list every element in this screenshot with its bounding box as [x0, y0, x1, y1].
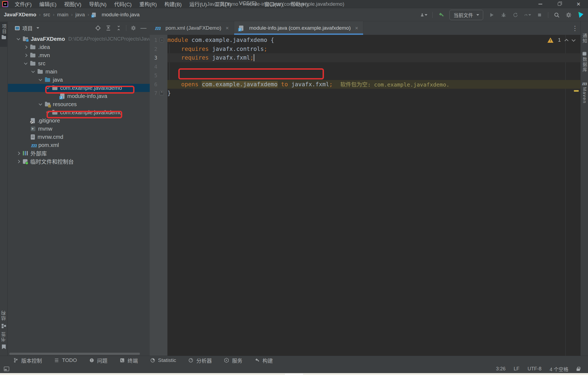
error-stripe-warning-mark[interactable]	[574, 90, 579, 92]
tree-item-mvnw-cmd[interactable]: mvnw.cmd	[8, 133, 150, 141]
tool-window-button-services[interactable]: 服务	[224, 357, 242, 364]
tool-window-button-todo[interactable]: TODO	[54, 357, 77, 363]
code-editor[interactable]: 1−module com.example.javafxdemo {2 requi…	[150, 35, 580, 356]
tool-window-button-version-control[interactable]: 版本控制	[13, 357, 42, 364]
fold-collapse-icon[interactable]: −	[160, 38, 164, 42]
tree-item-pom-xml[interactable]: pom.xml	[8, 141, 150, 149]
chevron-down-icon[interactable]	[36, 27, 39, 29]
horizontal-scrollbar[interactable]	[9, 353, 140, 355]
menu-navigate[interactable]: 导航(N)	[86, 0, 110, 8]
structure-stripe-label[interactable]: 结构	[1, 310, 7, 321]
code-line-1[interactable]: 1−module com.example.javafxdemo {	[150, 36, 580, 45]
file-encoding[interactable]: UTF-8	[528, 366, 541, 372]
tree-item-label: pom.xml	[38, 142, 59, 148]
run-with-coverage-button[interactable]	[512, 11, 519, 19]
menu-file[interactable]: 文件(F)	[11, 0, 35, 8]
project-panel-title[interactable]: 项目	[22, 24, 33, 32]
tool-window-button-problems[interactable]: 问题	[89, 357, 108, 364]
maven-icon[interactable]: m	[582, 81, 587, 86]
code-line-7[interactable]: 7^}	[150, 89, 580, 98]
hide-panel-icon[interactable]: —	[140, 27, 146, 29]
database-icon[interactable]	[583, 52, 586, 56]
inspection-widget[interactable]: 1	[547, 37, 575, 43]
tab-close-icon[interactable]: ×	[355, 25, 358, 31]
bookmarks-stripe-label[interactable]: 书签	[1, 331, 7, 342]
tab-close-icon[interactable]: ×	[226, 25, 229, 31]
next-warning-icon[interactable]	[572, 38, 575, 41]
tree-item-main[interactable]: main	[8, 67, 150, 76]
restore-button[interactable]	[550, 0, 569, 8]
menu-run[interactable]: 运行(U)	[186, 0, 210, 8]
tool-window-button-profiler[interactable]: 分析器	[188, 357, 212, 364]
chevron-collapsed-icon[interactable]	[24, 54, 27, 57]
tool-window-layout-icon[interactable]	[4, 367, 9, 371]
debug-button[interactable]	[500, 11, 507, 19]
line-separator[interactable]: LF	[514, 366, 519, 372]
chevron-collapsed-icon[interactable]	[17, 152, 20, 155]
editor-tab-module-info[interactable]: module-info.java (com.example.javafxdemo…	[234, 21, 363, 35]
tree-item-node-15[interactable]: 临时文件和控制台	[8, 157, 150, 165]
ide-assistant-icon[interactable]	[577, 11, 584, 19]
run-button[interactable]	[488, 11, 495, 19]
stop-button[interactable]	[536, 11, 543, 19]
database-stripe-label[interactable]: 数据库	[581, 57, 588, 72]
breadcrumb-item[interactable]: module-info.java	[102, 12, 139, 18]
indent-setting[interactable]: 4 个空格	[550, 365, 568, 373]
collapse-all-icon[interactable]	[116, 25, 122, 31]
build-hammer-icon[interactable]	[437, 11, 445, 19]
toolbar-separator	[548, 12, 548, 18]
code-line-6[interactable]: 6 opens com.example.javafxdemo to javafx…	[150, 80, 580, 89]
tree-item-label: resources	[53, 101, 77, 107]
profiler-button[interactable]	[524, 11, 531, 19]
run-configuration-select[interactable]: 当前文件	[449, 10, 483, 20]
close-button[interactable]: ×	[569, 0, 588, 8]
menu-edit[interactable]: 编辑(E)	[36, 0, 60, 8]
breadcrumb-item[interactable]: main	[57, 12, 68, 18]
menu-refactor[interactable]: 重构(R)	[136, 0, 160, 8]
menu-code[interactable]: 代码(C)	[111, 0, 135, 8]
search-everywhere-icon[interactable]	[553, 11, 560, 19]
menu-build[interactable]: 构建(B)	[161, 0, 185, 8]
previous-warning-icon[interactable]	[565, 39, 568, 42]
chevron-collapsed-icon[interactable]	[17, 160, 20, 163]
lock-icon[interactable]	[577, 368, 580, 371]
chevron-expanded-icon[interactable]	[17, 37, 20, 40]
expand-all-icon[interactable]	[105, 25, 111, 31]
notifications-stripe-label[interactable]: 通知	[581, 33, 588, 44]
panel-settings-gear-icon[interactable]	[131, 25, 136, 31]
tree-item-JavaFXDemo[interactable]: JavaFXDemoD:\IDEAProjects\JCNCProjects\J…	[8, 35, 150, 43]
tree-item-src[interactable]: src	[8, 59, 150, 67]
tree-item-idea[interactable]: .idea	[8, 43, 150, 51]
breadcrumb-item[interactable]: java	[75, 12, 85, 18]
fold-end-icon[interactable]: ^	[160, 91, 164, 95]
code-line-3[interactable]: 3 requires javafx.fxml;	[150, 53, 580, 62]
breadcrumb-item[interactable]: JavaFXDemo	[4, 12, 36, 18]
locate-file-icon[interactable]	[95, 25, 101, 31]
settings-gear-icon[interactable]	[565, 11, 572, 19]
editor-tab-pom-xml[interactable]: pom.xml (JavaFXDemo)×	[150, 21, 234, 35]
chevron-expanded-icon[interactable]	[39, 102, 42, 106]
tree-item-node-14[interactable]: 外部库	[8, 149, 150, 157]
minimize-button[interactable]	[531, 0, 550, 8]
tool-window-button-statistic[interactable]: Statistic	[150, 357, 176, 363]
chevron-expanded-icon[interactable]	[31, 69, 35, 73]
tree-item-mvn[interactable]: .mvn	[8, 51, 150, 59]
bookmark-icon[interactable]	[2, 345, 6, 349]
menu-view[interactable]: 视图(V)	[61, 0, 85, 8]
tree-item-java[interactable]: java	[8, 76, 150, 84]
structure-icon[interactable]	[2, 324, 4, 326]
user-account-icon[interactable]	[420, 11, 427, 19]
tree-item-resources[interactable]: resources	[8, 100, 150, 108]
tool-window-button-terminal[interactable]: 终端	[120, 357, 138, 364]
caret-position[interactable]: 3:26	[496, 366, 506, 372]
breadcrumb-item[interactable]: src	[43, 12, 50, 18]
tool-window-button-build[interactable]: 构建	[254, 357, 273, 364]
chevron-collapsed-icon[interactable]	[24, 45, 27, 49]
maven-stripe-label[interactable]: Maven	[582, 87, 587, 104]
tree-item-mvnw[interactable]: mvnw	[8, 125, 150, 133]
chevron-expanded-icon[interactable]	[39, 78, 42, 81]
code-line-2[interactable]: 2 requires javafx.controls;	[150, 45, 580, 54]
tool-stripe-project[interactable]: 项目	[0, 22, 8, 47]
tab-options-kebab-icon[interactable]: ⋮	[572, 24, 578, 32]
chevron-expanded-icon[interactable]	[24, 61, 27, 65]
